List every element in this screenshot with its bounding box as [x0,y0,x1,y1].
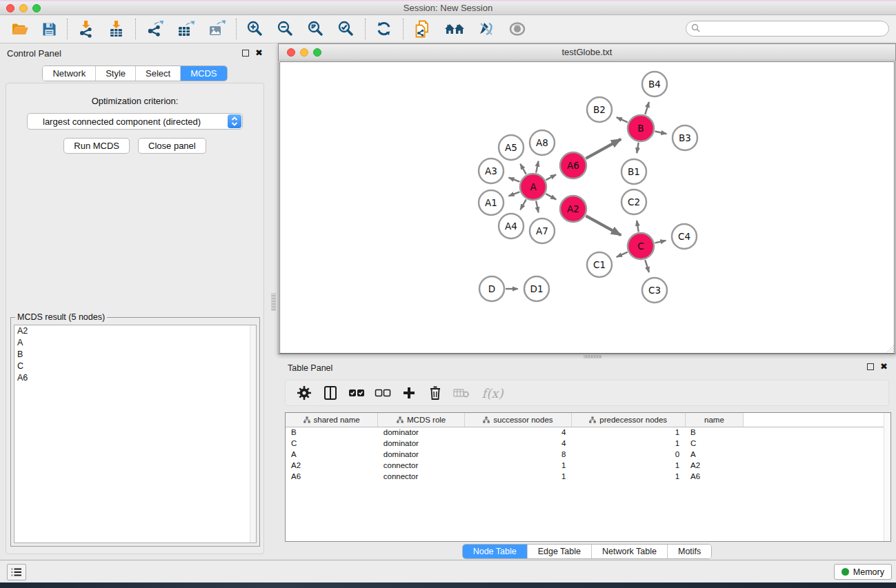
tab-edge-table[interactable]: Edge Table [528,545,592,558]
edge-A-A7[interactable] [536,201,538,213]
run-mcds-button[interactable]: Run MCDS [63,138,130,154]
edge-A-A2[interactable] [546,194,556,199]
table-row[interactable]: A2connector11A2 [286,460,890,471]
network-minimize-button[interactable] [300,48,308,57]
node-A5[interactable]: A5 [499,135,524,160]
float-panel-icon[interactable] [242,50,249,57]
vertical-split-divider[interactable] [270,43,278,560]
split-columns-icon[interactable] [319,382,342,404]
edge-C-C1[interactable] [617,252,628,257]
node-A3[interactable]: A3 [479,159,504,183]
mcds-list-scrollbar[interactable] [250,325,256,543]
zoom-fit-icon[interactable] [301,17,331,41]
table-row[interactable]: A6connector11A6 [286,471,890,482]
column-header-successor-nodes[interactable]: successor nodes [465,413,572,427]
edge-A-A4[interactable] [520,199,526,210]
node-C2[interactable]: C2 [621,190,646,214]
node-A1[interactable]: A1 [479,190,504,215]
edge-A-A5[interactable] [520,164,526,174]
column-header-name[interactable]: name [685,413,744,427]
mcds-result-item[interactable]: A [14,337,256,349]
node-C[interactable]: C [628,233,654,259]
edge-C-C4[interactable] [655,241,666,243]
refresh-icon[interactable] [369,17,399,41]
edge-A-A1[interactable] [508,192,519,196]
import-network-icon[interactable] [71,17,101,41]
network-zoom-button[interactable] [313,48,321,57]
close-panel-button[interactable]: Close panel [138,138,206,154]
column-header-predecessor-nodes[interactable]: predecessor nodes [571,413,685,427]
edge-B-B3[interactable] [655,131,667,134]
add-column-icon[interactable] [397,382,421,404]
gear-icon[interactable] [292,382,316,404]
tab-network-table[interactable]: Network Table [592,545,668,558]
node-table[interactable]: shared nameMCDS rolesuccessor nodesprede… [285,412,891,542]
close-table-panel-icon[interactable]: ✖ [880,363,888,370]
export-table-icon[interactable] [170,17,201,41]
delete-column-icon[interactable] [424,382,447,404]
unselect-all-columns-icon[interactable] [371,382,395,404]
homes-icon[interactable] [438,17,471,41]
search-input[interactable] [686,21,889,37]
edge-A-A6[interactable] [546,174,557,180]
zoom-in-icon[interactable] [240,17,270,41]
import-table-icon[interactable] [101,17,132,41]
annotation-toggle-icon[interactable] [471,17,501,41]
control-tab-network[interactable]: Network [43,66,96,81]
node-C1[interactable]: C1 [587,252,612,277]
control-tab-mcds[interactable]: MCDS [181,66,226,81]
resize-grip-icon[interactable] [885,343,895,353]
minimize-window-button[interactable] [19,4,28,12]
network-canvas[interactable]: B4B2BB3A8A5A6A3B1AC2A1A2A4A7C4CC1DD1C3 [279,61,895,354]
edge-A-A8[interactable] [536,161,538,173]
show-hide-eye-icon[interactable] [501,17,533,41]
node-B3[interactable]: B3 [673,125,697,150]
zoom-window-button[interactable] [32,4,41,12]
export-image-icon[interactable] [201,17,232,41]
control-tab-style[interactable]: Style [96,66,136,81]
zoom-selected-icon[interactable] [331,17,361,41]
node-B2[interactable]: B2 [587,97,612,122]
table-scrollbar[interactable] [884,413,890,541]
open-file-icon[interactable] [4,17,35,41]
close-panel-icon[interactable]: ✖ [255,50,263,57]
node-C3[interactable]: C3 [642,278,667,303]
node-A6[interactable]: A6 [560,152,586,179]
mcds-result-item[interactable]: A6 [14,372,256,384]
column-header-MCDS-role[interactable]: MCDS role [378,413,465,427]
edge-A6-B[interactable] [586,139,621,159]
close-window-button[interactable] [6,4,14,12]
save-session-icon[interactable] [35,17,63,41]
node-B[interactable]: B [628,115,654,141]
export-network-icon[interactable] [139,17,170,41]
mcds-result-item[interactable]: C [14,361,256,372]
control-tab-select[interactable]: Select [136,66,181,81]
float-table-panel-icon[interactable] [867,363,874,370]
table-row[interactable]: Bdominator41B [286,427,890,438]
edge-A2-C[interactable] [586,216,621,235]
node-B1[interactable]: B1 [621,159,646,184]
table-row[interactable]: Adominator80A [286,449,890,460]
mcds-result-item[interactable]: A2 [14,325,256,337]
edge-B-B1[interactable] [637,143,638,153]
edge-C-C3[interactable] [645,260,649,272]
network-window-titlebar[interactable]: testGlobe.txt [279,44,895,61]
node-A[interactable]: A [520,174,546,200]
node-D1[interactable]: D1 [524,276,549,301]
select-all-columns-icon[interactable] [345,382,368,404]
node-A2[interactable]: A2 [560,196,586,222]
edge-B-B4[interactable] [645,102,649,114]
zoom-out-icon[interactable] [270,17,301,41]
node-D[interactable]: D [479,276,504,301]
node-B4[interactable]: B4 [642,72,667,97]
tab-node-table[interactable]: Node Table [463,545,528,558]
node-A7[interactable]: A7 [530,219,555,243]
mcds-result-item[interactable]: B [14,349,256,361]
task-history-button[interactable] [7,564,26,580]
edge-A-A3[interactable] [508,178,519,182]
tab-motifs[interactable]: Motifs [668,545,711,558]
node-A4[interactable]: A4 [499,214,524,239]
node-C4[interactable]: C4 [672,224,697,249]
network-close-button[interactable] [287,48,295,57]
edge-C-C2[interactable] [637,221,639,232]
